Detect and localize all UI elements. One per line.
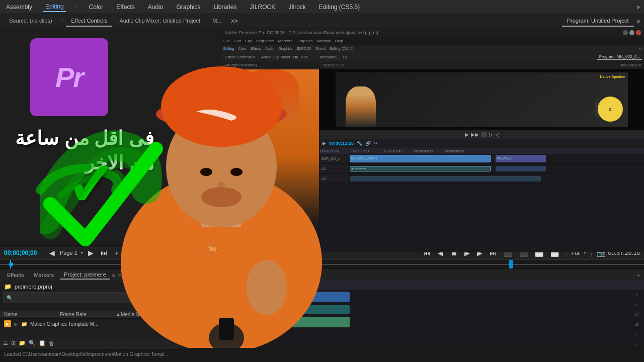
ss-ws-editing[interactable]: Editing <box>223 47 234 50</box>
ss-tab-more[interactable]: >> <box>343 55 347 59</box>
ss-ws-more[interactable]: >> <box>638 47 642 50</box>
tl-clip-green-2[interactable] <box>242 317 254 327</box>
menu-effects[interactable]: Effects <box>114 3 136 12</box>
pb-add[interactable]: + <box>113 248 121 258</box>
ss-tl-link[interactable]: 🔗 <box>365 141 371 146</box>
ss-program-label-bar: 00;00;13;26 00;03;42;00 <box>319 61 644 69</box>
ss-close[interactable] <box>636 30 641 35</box>
pb-page-dropdown[interactable]: ▾ <box>80 250 83 255</box>
tl-nested-seq-clip[interactable]: Nested Sequence 02 [V] <box>257 292 350 302</box>
proj-tab-effects[interactable]: Effects <box>3 271 28 279</box>
ss-tl-razor[interactable]: ✂ <box>374 141 378 146</box>
menu-more[interactable]: » <box>636 4 640 11</box>
proj-col-sort[interactable]: ▲ <box>116 312 121 317</box>
pb-prev-page[interactable]: ◀ <box>47 248 57 258</box>
ss-clip-a1-main[interactable]: audio wave <box>350 166 491 171</box>
ss-ws-jilrock2[interactable]: JIlrock <box>315 47 326 50</box>
proj-tool-list[interactable]: ☰ <box>3 340 8 346</box>
menu-audio[interactable]: Audio <box>146 3 166 12</box>
tab-effect-controls[interactable]: Effect Controls <box>66 16 112 27</box>
proj-icon-grid[interactable]: ⊞ <box>173 304 177 310</box>
ss-ctrl-prev[interactable]: ⏮ <box>253 245 258 250</box>
ss-prog-ctrl-in[interactable]: ▷ <box>489 132 493 137</box>
ss-prog-ctrl-out[interactable]: ◁ <box>495 132 499 137</box>
proj-tool-new[interactable]: 📋 <box>39 340 46 346</box>
program-menu-icon[interactable]: ≡ <box>637 18 640 24</box>
ss-clip-a2[interactable] <box>350 176 541 182</box>
menu-color[interactable]: Color <box>87 3 106 12</box>
ss-ws-jilrock[interactable]: JILROCK <box>296 47 311 50</box>
tl-clip-green-nested[interactable] <box>257 317 350 327</box>
timeline-scrubber[interactable] <box>0 259 644 268</box>
ss-tab-program[interactable]: Program: MK_V02_0... <box>597 54 642 60</box>
project-search-bar[interactable]: 🔍 <box>3 292 178 303</box>
panel-more-left[interactable]: >> <box>231 18 238 25</box>
menu-editing-cs55[interactable]: Editing (CS5.5) <box>317 3 362 12</box>
proj-tab-more[interactable]: >> <box>118 273 124 278</box>
ss-minimize[interactable] <box>623 30 628 35</box>
menu-editing[interactable]: Editing <box>43 2 66 12</box>
ss-clip-v1-main[interactable]: MK_V02_1_NATV1 <box>350 155 491 162</box>
ss-menu-graphics[interactable]: Graphics <box>296 39 312 43</box>
ss-menu-markers[interactable]: Markers <box>278 39 293 43</box>
menu-graphics[interactable]: Graphics <box>174 3 202 12</box>
ss-maximize[interactable] <box>629 30 634 35</box>
ss-menu-window[interactable]: Window <box>316 39 331 43</box>
ss-menu-file[interactable]: File <box>223 39 230 43</box>
proj-tab-menu[interactable]: ≡ <box>112 273 115 278</box>
proj-tool-search[interactable]: 🔍 <box>29 340 36 346</box>
ss-tab-audiomixer[interactable]: Audio Clip Mixer: MK_V02_... <box>259 54 316 60</box>
ss-ws-effects[interactable]: Effects <box>251 47 261 50</box>
ss-track-a2-label: A2 <box>319 174 350 184</box>
menu-jilrock1[interactable]: JILROCK <box>248 3 277 12</box>
ss-tab-effectcontrols[interactable]: Effect Controls 0 <box>223 54 257 60</box>
pb-next-page[interactable]: ▶ <box>86 248 96 258</box>
menu-jilrock2[interactable]: JIlrock <box>286 3 308 12</box>
proj-tab-project[interactable]: Project: preimere <box>60 270 110 280</box>
menu-assembly[interactable]: Assembly <box>4 3 34 12</box>
ss-ctrl-back[interactable]: ◀ <box>260 245 264 250</box>
project-count-row: 21 Items ⊞ <box>0 303 181 311</box>
tab-source[interactable]: Source: (no clips) <box>4 16 57 26</box>
ss-tab-metadata[interactable]: Metadata <box>318 54 339 60</box>
tl-clip-pink-1[interactable] <box>196 292 236 302</box>
tl-mark-0: 00:30:00:00 <box>185 283 209 288</box>
ss-clip-v1-label: MK_V02_1_NATV1 <box>351 157 377 160</box>
ss-ctrl-fwd[interactable]: ▶▶ <box>272 245 280 250</box>
ss-person-hat <box>241 69 299 121</box>
ss-ws-color[interactable]: Color <box>238 47 247 50</box>
ss-tl-playhead-marker <box>361 148 361 154</box>
tl-header-plus[interactable]: + <box>637 273 640 278</box>
ss-ws-graphics[interactable]: Graphics <box>278 47 292 50</box>
ss-tl-add[interactable]: ▶ <box>323 141 326 146</box>
ss-menu-sequence[interactable]: Sequence <box>256 39 274 43</box>
ss-clip-a1-2[interactable] <box>496 166 546 171</box>
proj-tab-markers[interactable]: Markers <box>30 271 58 279</box>
ss-ctrl-next[interactable]: ⏭ <box>282 245 287 250</box>
tl-v-track: Nested Sequence 02 [V] <box>194 290 629 304</box>
proj-tool-grid[interactable]: ⊞ <box>11 340 16 346</box>
tab-audio-mixer[interactable]: Audio Clip Mixer: Untitled Project <box>114 16 205 26</box>
tl-clip-pink-2[interactable] <box>239 292 254 302</box>
ss-menu-edit[interactable]: Edit <box>234 39 241 43</box>
pb-page-end[interactable]: ⏭ <box>99 248 110 258</box>
tab-metadata[interactable]: M... <box>207 16 226 26</box>
proj-tool-delete[interactable]: 🗑 <box>49 340 54 346</box>
ss-clip-v1-2[interactable]: MK_V02_1... <box>496 155 546 162</box>
ss-menu-clip[interactable]: Clip <box>245 39 252 43</box>
tl-clip-green-1[interactable] <box>196 317 239 327</box>
ss-prog-ctrl-fwd[interactable]: ▶▶ <box>471 132 479 137</box>
tab-program[interactable]: Program: Untitled Project <box>562 16 634 27</box>
menu-libraries[interactable]: Libraries <box>211 3 238 12</box>
ss-menu-help[interactable]: Help <box>335 39 343 43</box>
ss-ws-cs55[interactable]: Editing (CS5.5) <box>330 47 353 50</box>
arabic-line1: فى اقل من ساعة <box>15 126 154 151</box>
ss-prog-ctrl-play[interactable]: ▶ <box>465 132 469 137</box>
tl-clip-teal-a[interactable] <box>257 305 350 314</box>
ss-ws-audio[interactable]: Audio <box>265 47 274 50</box>
ss-prog-ctrl-mark[interactable]: ⬛ <box>481 132 487 137</box>
proj-tool-folder[interactable]: 📁 <box>19 340 26 346</box>
ss-tl-snap[interactable]: 🔧 <box>357 141 362 146</box>
proj-file-expand[interactable]: ▶ <box>14 321 18 327</box>
ss-ctrl-play[interactable]: ▶ <box>266 245 270 250</box>
